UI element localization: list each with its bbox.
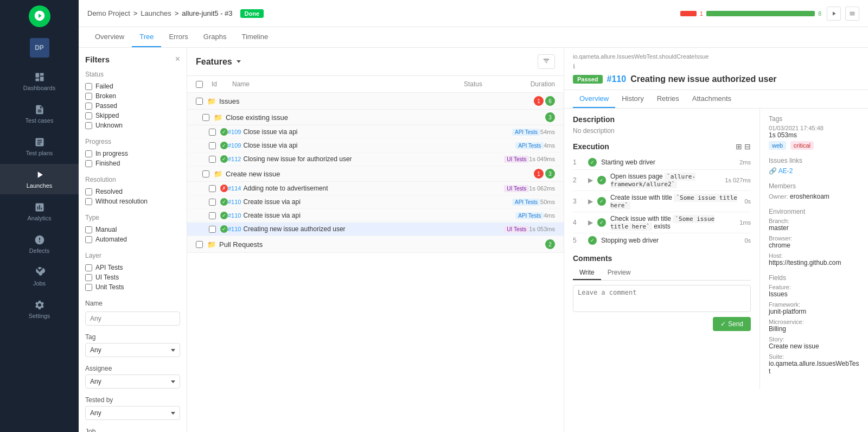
ds-host: Host: https://testing.github.com xyxy=(769,252,859,266)
step-expand-icon3[interactable]: ▶ xyxy=(588,198,593,205)
test-item-114[interactable]: #114 Adding note to advertisement UI Tes… xyxy=(187,182,564,195)
breadcrumb-launches[interactable]: Launches xyxy=(141,9,171,17)
item-112-checkbox[interactable] xyxy=(209,156,216,163)
filter-inprogress-checkbox[interactable] xyxy=(85,150,92,157)
ds-tags-section: Tags 01/03/2021 17:45:48 1s 053ms web cr… xyxy=(769,115,859,149)
item-110c-checkbox[interactable] xyxy=(209,226,216,233)
step-expand-icon[interactable]: ▶ xyxy=(588,176,593,184)
sidebar-item-jobs[interactable]: Jobs xyxy=(0,262,79,292)
app-logo[interactable] xyxy=(29,5,50,27)
sidebar-item-launches[interactable]: Launches xyxy=(0,164,79,194)
close-existing-checkbox[interactable] xyxy=(202,114,209,121)
test-item-110a[interactable]: #110 Create issue via api API Tests 50ms xyxy=(187,195,564,209)
comment-tab-write[interactable]: Write xyxy=(573,266,601,280)
test-item-110-selected[interactable]: #110 Creating new issue authorized user … xyxy=(187,223,564,236)
sidebar-item-dashboards[interactable]: Dashboards xyxy=(0,66,79,97)
test-item-109a[interactable]: #109 Close issue via api API Tests 54ms xyxy=(187,125,564,139)
detail-tab-history[interactable]: History xyxy=(615,90,650,108)
sidebar-item-test-plans[interactable]: Test plans xyxy=(0,131,79,162)
filter-skipped-checkbox[interactable] xyxy=(85,112,92,119)
filter-finished-checkbox[interactable] xyxy=(85,160,92,167)
filter-in-progress[interactable]: In progress xyxy=(85,149,180,158)
sidebar: DP Dashboards Test cases Test plans Laun… xyxy=(0,0,79,432)
filter-passed-checkbox[interactable] xyxy=(85,103,92,110)
sidebar-item-test-cases[interactable]: Test cases xyxy=(0,99,79,129)
expand-icon[interactable]: ⊞ xyxy=(736,142,742,151)
play-button[interactable] xyxy=(827,7,841,21)
send-button[interactable]: ✓ Send xyxy=(713,317,751,331)
item-110a-checkbox[interactable] xyxy=(209,199,216,206)
filter-assignee-select[interactable]: Any xyxy=(85,374,180,389)
detail-tab-attachments[interactable]: Attachments xyxy=(686,90,738,108)
project-badge[interactable]: DP xyxy=(30,38,49,58)
filter-unit-checkbox[interactable] xyxy=(85,284,92,291)
detail-tab-overview[interactable]: Overview xyxy=(573,90,615,108)
item-109a-checkbox[interactable] xyxy=(209,129,216,136)
detail-tab-retries[interactable]: Retries xyxy=(650,90,686,108)
filter-manual-checkbox[interactable] xyxy=(85,226,92,233)
issue-link-ae2[interactable]: 🔗 AE-2 xyxy=(769,167,793,175)
tab-tree[interactable]: Tree xyxy=(132,27,161,47)
filter-api-tests[interactable]: API Tests xyxy=(85,263,180,272)
list-button[interactable] xyxy=(845,7,859,21)
item-114-checkbox[interactable] xyxy=(209,185,216,192)
collapse-icon[interactable]: ⊟ xyxy=(744,142,751,151)
item-109b-checkbox[interactable] xyxy=(209,142,216,149)
step-expand-icon4[interactable]: ▶ xyxy=(588,219,593,226)
filter-api-checkbox[interactable] xyxy=(85,264,92,271)
filter-skipped[interactable]: Skipped xyxy=(85,111,180,120)
sidebar-item-settings[interactable]: Settings xyxy=(0,294,79,325)
breadcrumb-project[interactable]: Demo Project xyxy=(87,9,130,17)
pull-requests-group-header[interactable]: 📁 Pull Requests 2 xyxy=(187,236,564,253)
test-item-112[interactable]: #112 Closing new issue for authorized us… xyxy=(187,153,564,166)
tab-timeline[interactable]: Timeline xyxy=(234,27,276,47)
filter-finished[interactable]: Finished xyxy=(85,158,180,168)
item-110b-checkbox[interactable] xyxy=(209,212,216,219)
filter-unit-tests[interactable]: Unit Tests xyxy=(85,282,180,292)
filter-automated[interactable]: Automated xyxy=(85,234,180,244)
filter-close-button[interactable]: × xyxy=(175,54,180,64)
comment-tab-preview[interactable]: Preview xyxy=(601,266,637,280)
test-item-109b[interactable]: #109 Close issue via api API Tests 4ms xyxy=(187,139,564,153)
filter-unknown-checkbox[interactable] xyxy=(85,122,92,129)
features-filter-button[interactable] xyxy=(538,54,555,69)
filter-resolved-checkbox[interactable] xyxy=(85,188,92,195)
filter-failed-checkbox[interactable] xyxy=(85,83,92,90)
test-item-110b[interactable]: #110 Create issue via api API Tests 4ms xyxy=(187,209,564,223)
select-all-checkbox[interactable] xyxy=(196,81,203,88)
issues-group-header[interactable]: 📁 Issues 1 6 xyxy=(187,93,564,110)
tag-api-110b: API Tests xyxy=(515,212,544,219)
tab-graphs[interactable]: Graphs xyxy=(196,27,234,47)
filter-tag-select[interactable]: Any xyxy=(85,343,180,357)
ds-date: 01/03/2021 17:45:48 xyxy=(769,125,859,131)
filter-resolved[interactable]: Resolved xyxy=(85,187,180,196)
exec-step-4[interactable]: 4 ▶ Check issue with title `Some issue t… xyxy=(573,212,751,233)
filter-broken[interactable]: Broken xyxy=(85,91,180,101)
exec-step-2[interactable]: 2 ▶ Open issues page `allure-framework/a… xyxy=(573,170,751,191)
sidebar-item-analytics[interactable]: Analytics xyxy=(0,196,79,227)
filter-without-resolution[interactable]: Without resolution xyxy=(85,196,180,206)
filter-failed[interactable]: Failed xyxy=(85,81,180,91)
filter-broken-checkbox[interactable] xyxy=(85,93,92,100)
issues-group-checkbox[interactable] xyxy=(196,98,203,105)
pull-requests-checkbox[interactable] xyxy=(196,241,203,248)
filter-tested-by-select[interactable]: Any xyxy=(85,406,180,420)
progress-passed xyxy=(706,11,815,16)
filter-manual[interactable]: Manual xyxy=(85,225,180,234)
filter-name-input[interactable] xyxy=(85,312,180,326)
sidebar-item-defects[interactable]: Defects xyxy=(0,229,79,259)
create-new-issue-header[interactable]: 📁 Create new issue 1 3 xyxy=(187,166,564,182)
comment-textarea[interactable] xyxy=(573,285,751,312)
item-duration-110b: 4ms xyxy=(544,212,555,219)
filter-passed[interactable]: Passed xyxy=(85,101,180,111)
tab-errors[interactable]: Errors xyxy=(161,27,195,47)
filter-unknown[interactable]: Unknown xyxy=(85,120,180,130)
tab-overview[interactable]: Overview xyxy=(87,27,132,47)
filter-without-resolution-checkbox[interactable] xyxy=(85,198,92,205)
create-new-checkbox[interactable] xyxy=(202,170,209,177)
filter-automated-checkbox[interactable] xyxy=(85,236,92,243)
close-existing-header[interactable]: 📁 Close existing issue 3 xyxy=(187,110,564,125)
exec-step-3[interactable]: 3 ▶ Create issue with title `Some issue … xyxy=(573,191,751,212)
filter-ui-tests[interactable]: UI Tests xyxy=(85,272,180,282)
filter-ui-checkbox[interactable] xyxy=(85,274,92,281)
